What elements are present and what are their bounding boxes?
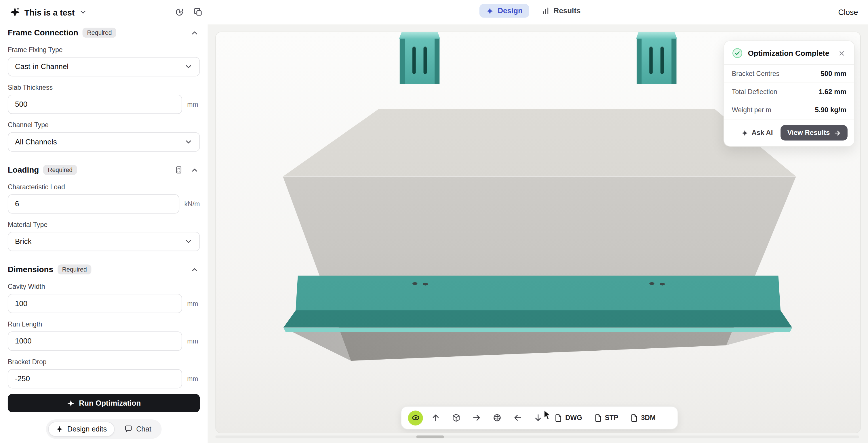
- horizontal-scrollbar-thumb[interactable]: [416, 436, 444, 438]
- design-edits-tab[interactable]: Design edits: [48, 421, 115, 436]
- section-title: Loading: [8, 165, 39, 174]
- history-icon: [175, 8, 184, 17]
- card-title: Optimization Complete: [748, 49, 832, 57]
- close-icon: [838, 50, 845, 57]
- view-right-button[interactable]: [469, 410, 484, 425]
- view-top-button[interactable]: [428, 410, 443, 425]
- bolt: [649, 282, 654, 285]
- run-optimization-button[interactable]: Run Optimization: [8, 394, 200, 412]
- field-label: Run Length: [8, 320, 200, 328]
- ask-ai-label: Ask AI: [751, 129, 773, 137]
- ask-ai-button[interactable]: Ask AI: [741, 129, 773, 137]
- restore-history-button[interactable]: [173, 5, 186, 19]
- export-3dm-label: 3DM: [641, 414, 656, 422]
- tab-results[interactable]: Results: [535, 4, 587, 18]
- success-check-icon: [732, 48, 743, 58]
- sparkle-icon: [741, 129, 748, 136]
- slab-thickness-input[interactable]: [8, 95, 182, 114]
- cavity-width-input[interactable]: [8, 294, 182, 313]
- chat-tab[interactable]: Chat: [117, 421, 159, 436]
- result-row: Weight per m 5.90 kg/m: [724, 101, 854, 119]
- design-edits-label: Design edits: [67, 424, 107, 433]
- export-3dm-button[interactable]: 3DM: [626, 411, 659, 424]
- select-value: All Channels: [15, 138, 57, 146]
- project-menu[interactable]: This is a test: [10, 7, 87, 17]
- globe-icon: [493, 413, 502, 422]
- project-title: This is a test: [25, 7, 75, 17]
- export-dwg-button[interactable]: DWG: [551, 411, 585, 424]
- tab-design[interactable]: Design: [479, 4, 529, 18]
- channel-type-select[interactable]: All Channels: [8, 132, 200, 152]
- chevron-down-icon: [184, 237, 193, 246]
- result-value: 5.90 kg/m: [815, 106, 846, 114]
- arrow-right-icon: [834, 129, 841, 136]
- field-label: Cavity Width: [8, 283, 200, 290]
- sparkle-icon: [56, 425, 63, 432]
- select-value: Brick: [15, 237, 32, 246]
- run-length-input[interactable]: [8, 331, 182, 351]
- collapse-section-button[interactable]: [189, 164, 200, 175]
- field-label: Characteristic Load: [8, 183, 200, 191]
- sidebar: Frame Connection Required Frame Fixing T…: [0, 25, 208, 443]
- bracket-drop-input[interactable]: [8, 369, 182, 388]
- collapse-section-button[interactable]: [189, 27, 200, 38]
- view-bottom-button[interactable]: [530, 410, 546, 425]
- required-badge: Required: [58, 264, 91, 275]
- field-label: Channel Type: [8, 121, 200, 129]
- frame-fixing-type-select[interactable]: Cast-in Channel: [8, 57, 200, 76]
- horizontal-scrollbar-track: [215, 436, 859, 438]
- orbit-view-button[interactable]: [489, 410, 505, 425]
- section-frame-connection: Frame Connection Required: [8, 27, 200, 38]
- result-rows: Bracket Centres 500 mm Total Deflection …: [724, 64, 854, 119]
- sparkle-icon: [486, 7, 494, 15]
- tab-design-label: Design: [498, 7, 523, 15]
- field-label: Slab Thickness: [8, 84, 200, 91]
- visibility-toggle-button[interactable]: [408, 410, 423, 425]
- bracket-slot: [660, 46, 664, 74]
- unit-label: mm: [187, 100, 198, 108]
- field-label: Bracket Drop: [8, 358, 200, 366]
- bar-chart-icon: [541, 7, 550, 15]
- sparkle-icon: [67, 399, 74, 407]
- sidebar-footer: Design edits Chat: [0, 414, 208, 443]
- bolt: [660, 283, 665, 286]
- chevron-up-icon: [190, 166, 198, 174]
- 3d-viewport[interactable]: Optimization Complete Bracket Centres 50…: [215, 32, 861, 433]
- cube-icon: [452, 413, 461, 422]
- duplicate-button[interactable]: [192, 5, 205, 19]
- material-type-select[interactable]: Brick: [8, 232, 200, 251]
- chevron-down-icon: [184, 138, 193, 146]
- result-row: Total Deflection 1.62 mm: [724, 83, 854, 101]
- close-button[interactable]: Close: [838, 8, 858, 17]
- card-close-button[interactable]: [837, 48, 846, 58]
- export-dwg-label: DWG: [565, 414, 582, 422]
- chevron-up-icon: [190, 29, 198, 37]
- file-icon: [594, 414, 602, 422]
- result-row: Bracket Centres 500 mm: [724, 65, 854, 83]
- unit-label: mm: [187, 300, 198, 308]
- characteristic-load-input[interactable]: [8, 194, 179, 214]
- calculator-icon: [175, 166, 183, 174]
- support-bracket-left: [398, 32, 441, 84]
- chevron-up-icon: [190, 265, 198, 274]
- view-left-button[interactable]: [510, 410, 526, 425]
- bracket-slot: [649, 46, 653, 74]
- load-calculator-button[interactable]: [173, 164, 184, 175]
- app: This is a test Design: [0, 0, 868, 443]
- copy-icon: [194, 8, 203, 17]
- eye-icon: [411, 413, 420, 422]
- view-results-label: View Results: [787, 129, 830, 137]
- arrow-up-icon: [431, 413, 440, 422]
- export-stp-button[interactable]: STP: [591, 411, 622, 424]
- view-isometric-button[interactable]: [448, 410, 464, 425]
- file-icon: [554, 414, 562, 422]
- export-stp-label: STP: [605, 414, 618, 422]
- arrow-down-icon: [534, 413, 542, 422]
- collapse-section-button[interactable]: [189, 264, 200, 275]
- select-value: Cast-in Channel: [15, 62, 68, 71]
- tab-results-label: Results: [554, 7, 581, 15]
- view-results-button[interactable]: View Results: [780, 125, 847, 141]
- bracket-top-face: [399, 32, 440, 39]
- bolt: [423, 283, 428, 286]
- support-bracket-right: [635, 32, 678, 84]
